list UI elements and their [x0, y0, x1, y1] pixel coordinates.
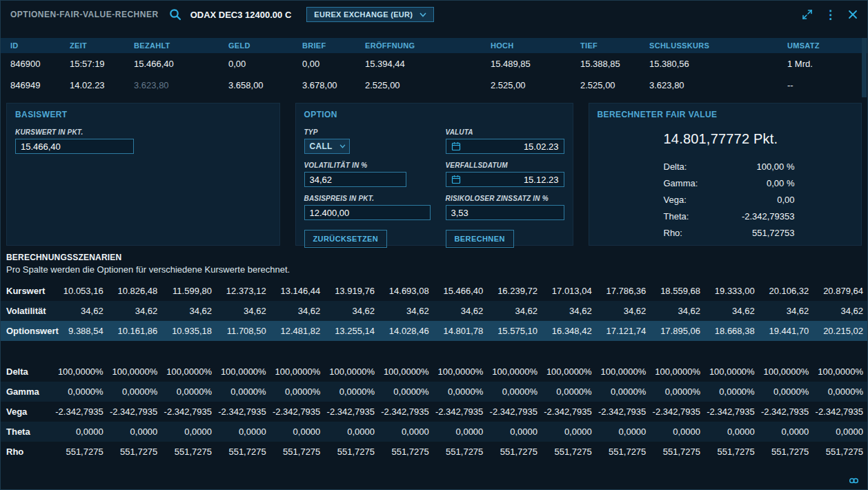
scenario-cell: 10.161,86: [108, 326, 162, 336]
typ-select-value: CALL: [310, 141, 333, 151]
greek-row: Rho:551,72753: [664, 224, 795, 241]
scenario-cell: 100,0000%: [53, 366, 108, 377]
scenario-cell: -2.342,7935: [813, 406, 867, 417]
scenario-row-label: Volatilität: [1, 306, 53, 316]
calendar-icon: [451, 141, 461, 151]
search-icon[interactable]: [168, 8, 182, 21]
verfallsdatum-date-input[interactable]: 15.12.23: [446, 172, 564, 187]
valuta-value: 15.02.23: [524, 141, 559, 152]
calendar-icon: [451, 175, 461, 184]
quote-column-header[interactable]: BEZAHLT: [134, 41, 228, 50]
scenario-cell: 0,0000: [53, 427, 108, 437]
scenario-cell: 34,62: [216, 306, 270, 316]
scenario-cell: -2.342,7935: [596, 406, 651, 417]
scenario-cell: 0,0000%: [433, 386, 488, 397]
scenario-row: Volatilität34,6234,6234,6234,6234,6234,6…: [1, 301, 867, 321]
scenario-row-label: Optionswert: [1, 326, 53, 336]
quote-table: IDZEITBEZAHLTGELDBRIEFERÖFFNUNGHOCHTIEFS…: [1, 38, 867, 96]
quote-column-header[interactable]: UMSATZ: [787, 41, 862, 50]
scenario-cell: 20.879,64: [813, 286, 867, 296]
quote-column-header[interactable]: ZEIT: [70, 41, 134, 50]
quote-cell: 2.525,00: [580, 80, 649, 90]
fair-value-panel: BERECHNETER FAIR VALUE 14.801,77772 Pkt.…: [589, 103, 862, 246]
scenario-cell: 0,0000: [324, 427, 379, 437]
scenario-cell: 0,0000%: [53, 386, 108, 397]
link-channel-icon[interactable]: [849, 477, 859, 484]
scenario-cell: 34,62: [324, 306, 379, 316]
quote-column-header[interactable]: ERÖFFNUNG: [365, 41, 491, 50]
typ-select[interactable]: CALL: [304, 139, 350, 154]
scenario-cell: 551,7275: [433, 447, 488, 457]
scenario-cell: 34,62: [759, 306, 813, 316]
zinssatz-label: RISIKOLOSER ZINSSATZ IN %: [446, 195, 564, 202]
scenario-cell: 13.919,76: [324, 286, 379, 296]
scenario-cell: 15.466,40: [433, 286, 488, 296]
scenario-row: Gamma0,0000%0,0000%0,0000%0,0000%0,0000%…: [1, 382, 867, 402]
scenarios-section: BERECHNUNGSSZENARIEN Pro Spalte werden d…: [1, 246, 867, 462]
scenario-cell: 100,0000%: [596, 366, 651, 377]
scenario-cell: 100,0000%: [487, 366, 542, 377]
quote-column-header[interactable]: BRIEF: [302, 41, 365, 50]
scenario-cell: 100,0000%: [650, 366, 704, 377]
scenario-cell: 551,7275: [487, 447, 542, 457]
scenario-cell: 17.786,36: [596, 286, 651, 296]
scenario-cell: 12.373,12: [216, 286, 270, 296]
quote-row[interactable]: 84690015:57:1915.466,400,000,0015.394,44…: [1, 53, 867, 75]
scenario-cell: -2.342,7935: [216, 406, 270, 417]
scenarios-title: BERECHNUNGSSZENARIEN: [1, 253, 867, 262]
greek-label: Vega:: [664, 195, 687, 205]
scenario-cell: 15.575,10: [487, 326, 542, 336]
close-icon[interactable]: [848, 10, 858, 19]
scenario-row: Rho551,7275551,7275551,7275551,7275551,7…: [1, 442, 867, 462]
scenario-cell: 34,62: [650, 306, 704, 316]
quote-column-header[interactable]: ID: [10, 41, 70, 50]
scenario-cell: 14.028,46: [379, 326, 433, 336]
greek-label: Delta:: [664, 161, 687, 172]
scenario-cell: 0,0000%: [161, 386, 216, 397]
scenario-cell: -2.342,7935: [542, 406, 596, 417]
quote-cell: 15.394,44: [365, 59, 491, 69]
scenario-cell: 18.668,38: [704, 326, 759, 336]
quote-cell: 3.623,80: [649, 80, 787, 90]
app-title: OPTIONEN-FAIR-VALUE-RECHNER: [10, 10, 159, 19]
quote-column-header[interactable]: HOCH: [491, 41, 580, 50]
quote-cell: 14.02.23: [70, 80, 134, 90]
scenario-cell: 34,62: [542, 306, 596, 316]
expand-icon[interactable]: [802, 9, 813, 20]
instrument-label[interactable]: ODAX DEC3 12400.00 C: [190, 10, 292, 20]
scenario-cell: 551,7275: [813, 447, 867, 457]
typ-label: TYP: [304, 128, 431, 136]
quote-table-scrollbar[interactable]: [862, 38, 867, 97]
greek-value: 0,00: [777, 195, 794, 205]
scenario-cell: 551,7275: [161, 447, 216, 457]
calculate-button[interactable]: BERECHNEN: [446, 230, 514, 248]
kebab-menu-icon[interactable]: ⋮: [825, 9, 836, 21]
basispreis-input[interactable]: [304, 205, 431, 220]
valuta-field: VALUTA 15.02.23: [446, 128, 564, 154]
greek-label: Theta:: [664, 211, 689, 222]
greek-value: 0,00 %: [767, 178, 794, 188]
quote-row[interactable]: 84694914.02.233.623,803.658,003.678,002.…: [1, 75, 867, 96]
scenario-cell: 551,7275: [53, 447, 108, 457]
kurswert-input[interactable]: [15, 139, 134, 154]
quote-column-header[interactable]: SCHLUSSKURS: [649, 41, 787, 50]
volatilitaet-input[interactable]: [304, 172, 406, 187]
exchange-select[interactable]: EUREX EXCHANGE (EUR): [306, 7, 434, 22]
scenario-cell: 0,0000: [270, 427, 325, 437]
zinssatz-input[interactable]: [446, 205, 564, 220]
quote-cell: 3.678,00: [302, 80, 365, 90]
scenario-cell: 34,62: [704, 306, 759, 316]
scenario-cell: 0,0000: [161, 427, 216, 437]
scenario-cell: 100,0000%: [379, 366, 433, 377]
quote-column-header[interactable]: TIEF: [580, 41, 649, 50]
verfallsdatum-label: VERFALLSDATUM: [446, 161, 564, 169]
greek-row: Delta:100,00 %: [664, 158, 795, 175]
reset-button[interactable]: ZURÜCKSETZEN: [304, 230, 388, 248]
scenario-cell: 11.708,50: [216, 326, 270, 336]
scenario-cell: -2.342,7935: [433, 406, 488, 417]
valuta-date-input[interactable]: 15.02.23: [446, 139, 564, 154]
scenario-row: Theta0,00000,00000,00000,00000,00000,000…: [1, 422, 867, 442]
scenarios-subtitle: Pro Spalte werden die Optionen für versc…: [1, 262, 867, 281]
quote-column-header[interactable]: GELD: [228, 41, 302, 50]
greek-label: Rho:: [664, 228, 682, 238]
